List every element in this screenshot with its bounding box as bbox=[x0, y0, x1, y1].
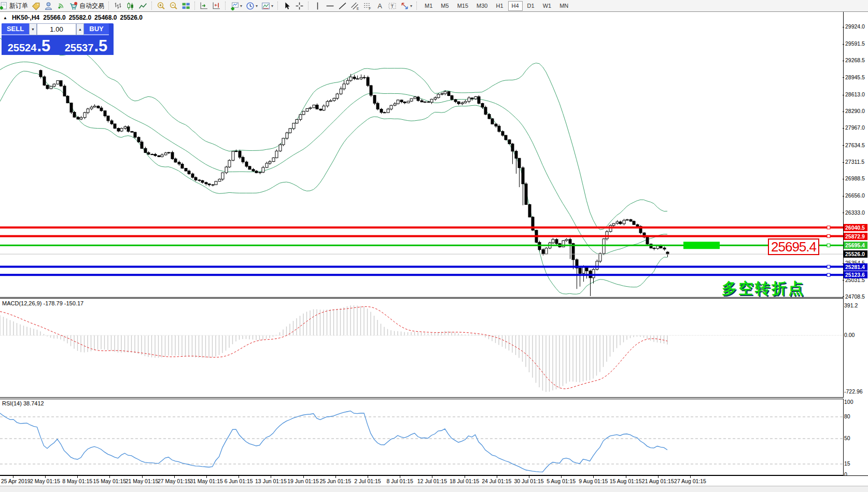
candle-body bbox=[104, 111, 106, 116]
templates-caret-icon[interactable]: ▾ bbox=[271, 4, 273, 8]
bar-chart-icon bbox=[114, 2, 122, 10]
ohlc-low: 25468.0 bbox=[94, 14, 117, 21]
rsi-pane[interactable] bbox=[0, 399, 844, 475]
chart-shift-button[interactable] bbox=[211, 1, 222, 11]
price-axis-tick: 28613.0 bbox=[844, 91, 865, 97]
candle-body bbox=[73, 112, 76, 117]
buy-button[interactable]: BUY bbox=[84, 23, 109, 35]
equidistant-channel-button[interactable]: E bbox=[349, 1, 361, 11]
expert-advisor-icon bbox=[44, 2, 53, 10]
arrows-caret-icon[interactable]: ▾ bbox=[410, 4, 412, 8]
turning-point-annotation[interactable]: 多空转折点 bbox=[722, 278, 805, 299]
candle-body bbox=[319, 109, 322, 110]
bollinger-upper-band bbox=[0, 38, 667, 230]
candle-body bbox=[629, 220, 632, 221]
periods-caret-icon[interactable]: ▾ bbox=[256, 4, 258, 8]
line-chart-button[interactable] bbox=[137, 1, 149, 11]
volume-up-button[interactable]: ▲ bbox=[76, 23, 84, 35]
buy-price: 25537 bbox=[65, 42, 94, 53]
cursor-button[interactable] bbox=[281, 1, 293, 11]
timeframe-h1[interactable]: H1 bbox=[492, 1, 507, 11]
line-anchor-marker[interactable] bbox=[827, 235, 830, 238]
candle-body bbox=[282, 138, 285, 145]
line-anchor-marker[interactable] bbox=[827, 273, 830, 276]
timeframe-m1[interactable]: M1 bbox=[421, 1, 436, 11]
candle-body bbox=[208, 184, 211, 185]
indicators-button[interactable]: ▾ bbox=[229, 1, 244, 11]
candlestick-chart-icon bbox=[126, 2, 135, 10]
main-chart-pane[interactable] bbox=[0, 12, 844, 298]
candle-body bbox=[474, 96, 477, 99]
candle-body bbox=[360, 77, 362, 79]
price-axis: 29924.029591.529268.528945.528613.028290… bbox=[844, 12, 868, 475]
candle-body bbox=[77, 117, 79, 119]
zoom-in-button[interactable] bbox=[155, 1, 167, 11]
fibonacci-button[interactable]: F bbox=[361, 1, 373, 11]
tile-windows-button[interactable] bbox=[180, 1, 192, 11]
new-order-label: 新订单 bbox=[9, 2, 28, 10]
timeframe-m5[interactable]: M5 bbox=[437, 1, 452, 11]
trendline-button[interactable] bbox=[337, 1, 348, 11]
candle-body bbox=[525, 184, 527, 205]
highlight-zone[interactable] bbox=[683, 242, 720, 249]
periods-button[interactable]: ▾ bbox=[244, 1, 259, 11]
text-button[interactable]: A bbox=[374, 1, 386, 11]
chart-window: ▲ HK50-,H4 25566.0 25582.0 25468.0 25526… bbox=[0, 11, 868, 492]
templates-button[interactable]: ▾ bbox=[260, 1, 275, 11]
timeframe-d1[interactable]: D1 bbox=[524, 1, 538, 11]
candle-body bbox=[346, 80, 349, 84]
candlestick-chart-button[interactable] bbox=[124, 1, 136, 11]
sell-price-panel[interactable]: 25524 .5 bbox=[2, 35, 57, 55]
zoom-out-button[interactable] bbox=[167, 1, 179, 11]
candle-body bbox=[151, 154, 153, 155]
candle-body bbox=[441, 94, 443, 94]
indicators-caret-icon[interactable]: ▾ bbox=[240, 4, 242, 8]
candle-body bbox=[235, 151, 237, 152]
arrows-button[interactable]: ▾ bbox=[399, 1, 414, 11]
line-anchor-marker[interactable] bbox=[827, 226, 830, 229]
sell-button[interactable]: SELL bbox=[2, 23, 29, 35]
candle-body bbox=[205, 182, 207, 184]
volume-input[interactable] bbox=[37, 23, 76, 35]
new-order-button[interactable]: 新订单 bbox=[0, 1, 30, 11]
date-axis-label: 12 Jul 01:15 bbox=[417, 478, 447, 484]
buy-price-panel[interactable]: 25537 .5 bbox=[59, 35, 114, 55]
crosshair-button[interactable] bbox=[293, 1, 305, 11]
date-axis: 25 Apr 20192 May 01:158 May 01:1515 May … bbox=[0, 475, 868, 486]
price-annotation-box[interactable]: 25695.4 bbox=[768, 238, 819, 255]
horizontal-line-icon bbox=[326, 2, 334, 10]
auto-scroll-button[interactable] bbox=[198, 1, 210, 11]
line-anchor-marker[interactable] bbox=[827, 265, 830, 269]
expert-advisor-button[interactable] bbox=[43, 1, 54, 11]
candle-body bbox=[201, 180, 204, 182]
signal-button[interactable] bbox=[55, 1, 67, 11]
timeframe-mn[interactable]: MN bbox=[556, 1, 572, 11]
timeframe-w1[interactable]: W1 bbox=[539, 1, 555, 11]
candle-body bbox=[279, 145, 282, 151]
timeframe-m30[interactable]: M30 bbox=[473, 1, 491, 11]
line-anchor-marker[interactable] bbox=[827, 244, 830, 247]
timeframe-h4[interactable]: H4 bbox=[508, 1, 523, 11]
price-axis-tick: 28290.0 bbox=[844, 108, 865, 114]
candlesticks bbox=[39, 69, 669, 296]
bar-chart-button[interactable] bbox=[112, 1, 124, 11]
clock-icon bbox=[246, 2, 255, 10]
candle-body bbox=[329, 101, 332, 102]
candle-body bbox=[269, 162, 271, 163]
candle-body bbox=[619, 222, 622, 224]
candle-body bbox=[417, 97, 419, 101]
macd-pane[interactable] bbox=[0, 298, 844, 398]
timeframe-m15[interactable]: M15 bbox=[454, 1, 472, 11]
candle-body bbox=[349, 77, 352, 80]
horizontal-price-lines[interactable] bbox=[0, 228, 843, 275]
horizontal-line-button[interactable] bbox=[324, 1, 336, 11]
price-tag-button[interactable] bbox=[30, 1, 42, 11]
rsi-axis-label: 80 bbox=[844, 413, 850, 419]
candle-body bbox=[424, 102, 426, 102]
volume-down-button[interactable]: ▼ bbox=[29, 23, 37, 35]
candle-body bbox=[83, 113, 86, 118]
text-label-button[interactable]: T bbox=[386, 1, 398, 11]
collapse-toggle-icon[interactable]: ▲ bbox=[3, 16, 7, 20]
autotrading-button[interactable]: 自动交易 bbox=[67, 1, 106, 11]
vertical-line-button[interactable] bbox=[312, 1, 324, 11]
